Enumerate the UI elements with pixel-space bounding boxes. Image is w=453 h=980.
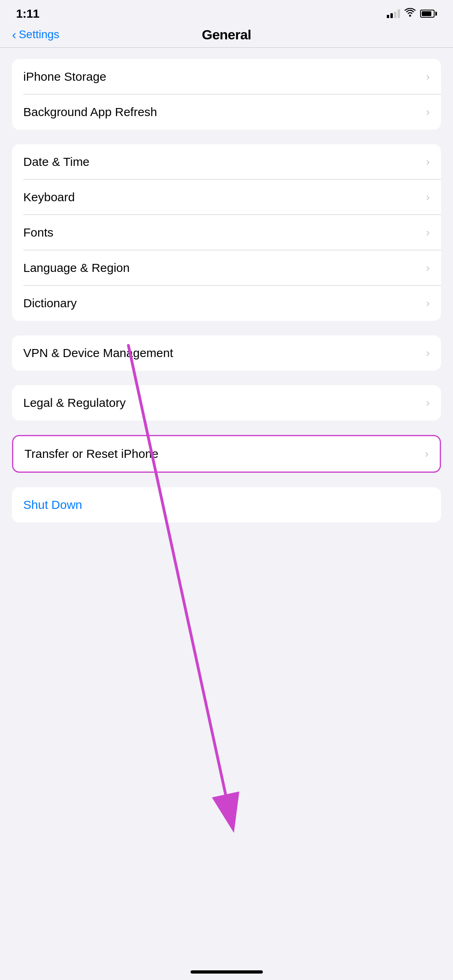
back-label: Settings xyxy=(19,28,59,41)
dictionary-chevron-icon: › xyxy=(426,297,430,310)
storage-group: iPhone Storage › Background App Refresh … xyxy=(12,59,441,130)
time-keyboard-group: Date & Time › Keyboard › Fonts › Languag… xyxy=(12,144,441,321)
fonts-row[interactable]: Fonts › xyxy=(12,215,441,250)
back-button[interactable]: ‹ Settings xyxy=(12,28,59,41)
language-region-label: Language & Region xyxy=(23,261,130,275)
dictionary-label: Dictionary xyxy=(23,296,77,310)
transfer-reset-group: Transfer or Reset iPhone › xyxy=(12,435,441,473)
status-icons xyxy=(387,8,437,19)
vpn-device-management-label: VPN & Device Management xyxy=(23,346,173,360)
status-time: 1:11 xyxy=(16,7,39,20)
transfer-reset-iphone-label: Transfer or Reset iPhone xyxy=(24,447,158,461)
transfer-reset-iphone-chevron-icon: › xyxy=(425,447,429,460)
legal-regulatory-chevron-icon: › xyxy=(426,396,430,409)
settings-content: iPhone Storage › Background App Refresh … xyxy=(0,48,453,534)
status-bar: 1:11 xyxy=(0,0,453,24)
nav-header: ‹ Settings General xyxy=(0,24,453,48)
background-app-refresh-label: Background App Refresh xyxy=(23,105,157,119)
shut-down-label: Shut Down xyxy=(23,498,82,512)
fonts-label: Fonts xyxy=(23,226,53,239)
date-time-chevron-icon: › xyxy=(426,155,430,168)
legal-regulatory-row[interactable]: Legal & Regulatory › xyxy=(12,385,441,421)
legal-regulatory-label: Legal & Regulatory xyxy=(23,396,126,410)
language-region-row[interactable]: Language & Region › xyxy=(12,250,441,286)
iphone-storage-label: iPhone Storage xyxy=(23,70,106,84)
iphone-storage-row[interactable]: iPhone Storage › xyxy=(12,59,441,94)
background-app-refresh-chevron-icon: › xyxy=(426,106,430,118)
transfer-reset-iphone-row[interactable]: Transfer or Reset iPhone › xyxy=(13,436,440,472)
dictionary-row[interactable]: Dictionary › xyxy=(12,286,441,321)
svg-point-0 xyxy=(409,15,411,17)
keyboard-label: Keyboard xyxy=(23,190,75,204)
fonts-chevron-icon: › xyxy=(426,226,430,239)
language-region-chevron-icon: › xyxy=(426,261,430,274)
back-chevron-icon: ‹ xyxy=(12,28,16,41)
keyboard-row[interactable]: Keyboard › xyxy=(12,180,441,215)
battery-icon xyxy=(420,10,437,18)
vpn-group: VPN & Device Management › xyxy=(12,335,441,371)
date-time-label: Date & Time xyxy=(23,155,89,169)
iphone-storage-chevron-icon: › xyxy=(426,70,430,83)
wifi-icon xyxy=(404,8,416,19)
date-time-row[interactable]: Date & Time › xyxy=(12,144,441,180)
signal-icon xyxy=(387,9,400,18)
background-app-refresh-row[interactable]: Background App Refresh › xyxy=(12,94,441,130)
vpn-device-management-chevron-icon: › xyxy=(426,347,430,359)
page-title: General xyxy=(202,27,251,43)
shutdown-group: Shut Down xyxy=(12,487,441,523)
legal-group: Legal & Regulatory › xyxy=(12,385,441,421)
home-indicator xyxy=(191,970,263,974)
vpn-device-management-row[interactable]: VPN & Device Management › xyxy=(12,335,441,371)
shut-down-row[interactable]: Shut Down xyxy=(12,487,441,523)
keyboard-chevron-icon: › xyxy=(426,191,430,204)
